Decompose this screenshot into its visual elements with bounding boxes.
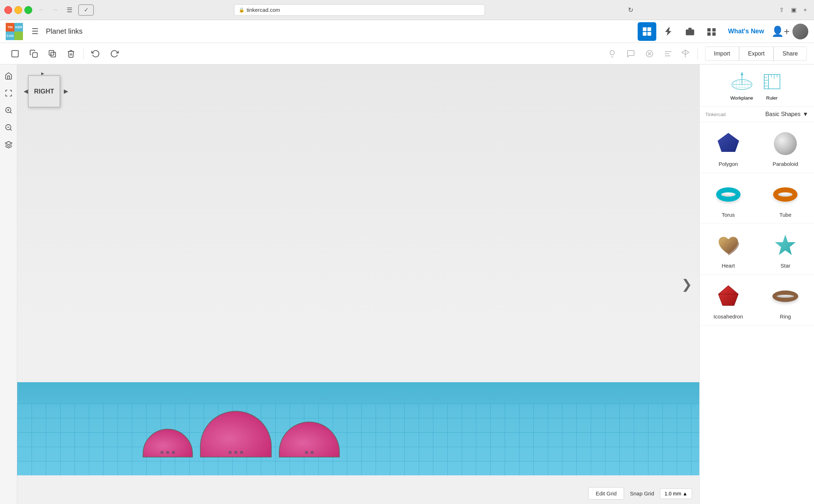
scene-objects bbox=[143, 411, 340, 457]
zoom-out-button[interactable] bbox=[1, 120, 16, 135]
reload-button[interactable]: ↻ bbox=[625, 5, 636, 15]
right-panel: Workplane Ruler bbox=[699, 64, 814, 504]
shape-torus[interactable]: Torus bbox=[700, 173, 757, 224]
svg-rect-9 bbox=[12, 51, 18, 57]
handle-dot bbox=[305, 451, 308, 454]
shape-tube[interactable]: Tube bbox=[757, 173, 814, 224]
tinkercad-logo[interactable]: TIN KER CAD bbox=[6, 23, 23, 40]
workplane-tool[interactable]: Workplane bbox=[730, 70, 753, 101]
import-button[interactable]: Import bbox=[705, 47, 739, 61]
edit-grid-button[interactable]: Edit Grid bbox=[588, 487, 624, 500]
dome-object-2[interactable] bbox=[200, 411, 272, 457]
new-shape-button[interactable] bbox=[7, 46, 23, 62]
workplane-label: Workplane bbox=[730, 95, 753, 101]
zoom-in-button[interactable] bbox=[1, 103, 16, 117]
view-cube[interactable]: ▲ ◀ RIGHT ▶ bbox=[28, 75, 64, 111]
workplane-icon bbox=[730, 70, 753, 93]
shape-star[interactable]: Star bbox=[757, 224, 814, 275]
copy-button[interactable] bbox=[26, 46, 42, 62]
mirror-vertical-button[interactable] bbox=[677, 46, 693, 62]
dome-handle-2 bbox=[229, 451, 243, 454]
whats-new-button[interactable]: What's New bbox=[724, 25, 768, 38]
delete-button[interactable] bbox=[63, 46, 79, 62]
close-button[interactable] bbox=[4, 6, 12, 14]
snap-grid-arrow: ▲ bbox=[682, 491, 687, 496]
shape-icosahedron[interactable]: Icosahedron bbox=[700, 275, 757, 326]
minimize-button[interactable] bbox=[14, 6, 22, 14]
redo-button[interactable] bbox=[106, 46, 122, 62]
forward-button[interactable]: → bbox=[49, 5, 61, 15]
view-cube-top-arrow[interactable]: ▲ bbox=[40, 71, 46, 76]
build-button[interactable] bbox=[659, 22, 678, 41]
dome-object-1[interactable] bbox=[143, 429, 193, 457]
undo-button[interactable] bbox=[88, 46, 104, 62]
ruler-tool[interactable]: Ruler bbox=[761, 70, 784, 101]
shape-polygon[interactable]: Polygon bbox=[700, 122, 757, 173]
bookmarks-button[interactable]: ✓ bbox=[78, 4, 94, 16]
3d-view-button[interactable] bbox=[1, 138, 16, 152]
back-button[interactable]: ← bbox=[35, 5, 47, 15]
dome-handle-3 bbox=[305, 451, 314, 454]
left-sidebar bbox=[0, 64, 17, 504]
svg-rect-6 bbox=[713, 28, 716, 31]
speech-bubble-button[interactable] bbox=[623, 46, 639, 62]
svg-line-21 bbox=[10, 112, 11, 113]
handle-dot bbox=[234, 451, 237, 454]
secondary-toolbar: Import Export Share bbox=[0, 43, 814, 64]
app-container: TIN KER CAD ☰ Planet links bbox=[0, 20, 814, 504]
snap-grid-input[interactable]: 1.0 mm ▲ bbox=[660, 488, 692, 499]
dome-handle-1 bbox=[161, 451, 175, 454]
duplicate-button[interactable] bbox=[44, 46, 60, 62]
svg-rect-7 bbox=[708, 32, 711, 35]
logo-cell-empty bbox=[14, 32, 23, 40]
avatar[interactable] bbox=[792, 24, 808, 39]
heart-icon bbox=[714, 231, 743, 260]
grid-view-button[interactable] bbox=[638, 22, 656, 41]
rp-category-title: Tinkercad bbox=[705, 112, 726, 117]
mirror-button[interactable] bbox=[642, 46, 657, 62]
ring-shape bbox=[772, 291, 798, 302]
add-user-button[interactable]: 👤+ bbox=[771, 25, 790, 37]
shape-ring[interactable]: Ring bbox=[757, 275, 814, 326]
url-bar[interactable]: 🔒 tinkercad.com bbox=[234, 4, 485, 16]
dome-object-3[interactable] bbox=[279, 422, 340, 457]
view-cube-left-arrow[interactable]: ◀ bbox=[24, 88, 28, 95]
nav-arrow-right[interactable]: ❯ bbox=[681, 277, 692, 292]
export-button[interactable]: Export bbox=[739, 47, 773, 61]
shape-paraboloid[interactable]: Paraboloid bbox=[757, 122, 814, 173]
align-buttons bbox=[660, 46, 693, 62]
home-button[interactable] bbox=[1, 69, 16, 83]
share-browser-button[interactable]: ⇧ bbox=[776, 5, 787, 15]
fit-view-button[interactable] bbox=[1, 86, 16, 100]
light-button[interactable] bbox=[604, 46, 620, 62]
maximize-button[interactable] bbox=[24, 6, 32, 14]
extensions-button[interactable]: + bbox=[801, 5, 810, 15]
polygon-svg bbox=[716, 131, 741, 156]
share-button[interactable]: Share bbox=[773, 47, 807, 61]
sidebar-toggle-button[interactable]: ☰ bbox=[64, 5, 75, 15]
trash-icon bbox=[67, 49, 75, 58]
shape-heart[interactable]: Heart bbox=[700, 224, 757, 275]
polygon-icon bbox=[714, 129, 743, 158]
svg-rect-12 bbox=[51, 52, 56, 57]
svg-rect-2 bbox=[643, 32, 647, 36]
svg-marker-18 bbox=[682, 50, 685, 54]
projects-button[interactable] bbox=[681, 22, 699, 41]
view-cube-right-arrow[interactable]: ▶ bbox=[64, 88, 68, 95]
toolbar-separator-2 bbox=[698, 48, 698, 59]
star-label: Star bbox=[780, 263, 790, 269]
viewport[interactable]: ▲ ◀ RIGHT ▶ ❯ Edit Grid Snap Grid 1.0 mm… bbox=[17, 64, 699, 504]
rp-category-select[interactable]: Basic Shapes ▼ bbox=[765, 111, 808, 117]
menu-button[interactable]: ☰ bbox=[30, 25, 40, 38]
duplicate-icon bbox=[48, 49, 57, 58]
code-blocks-button[interactable] bbox=[702, 22, 721, 41]
import-export-share: Import Export Share bbox=[705, 47, 807, 61]
view-cube-box[interactable]: RIGHT bbox=[28, 75, 60, 107]
align-left-button[interactable] bbox=[660, 46, 676, 62]
svg-line-25 bbox=[10, 129, 11, 130]
mirror-vertical-icon bbox=[681, 49, 690, 58]
new-tab-button[interactable]: ▣ bbox=[788, 5, 799, 15]
lightbulb-icon bbox=[608, 49, 617, 58]
browser-chrome: ← → ☰ ✓ 🔒 tinkercad.com ↻ ⇧ ▣ + bbox=[0, 0, 814, 20]
svg-marker-39 bbox=[775, 235, 796, 255]
